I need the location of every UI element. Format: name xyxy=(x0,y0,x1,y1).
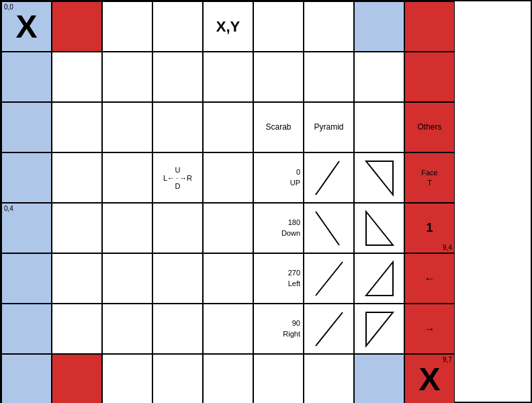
coord-00: 0,0 xyxy=(4,3,13,11)
pyramid-label: Pyramid xyxy=(314,122,343,133)
svg-line-4 xyxy=(316,262,343,296)
cell-r6-c7-triangle xyxy=(354,304,404,354)
cell-r2-c0 xyxy=(1,102,52,152)
cell-r1-c4 xyxy=(203,52,253,102)
cell-r2-c7 xyxy=(354,102,404,152)
cell-r5-c5-left: 270 Left xyxy=(253,253,304,304)
cell-r1-c7 xyxy=(354,52,404,102)
cell-r2-c8: Others xyxy=(404,102,455,152)
left-arrow: L← xyxy=(163,174,175,182)
line-90deg xyxy=(309,309,349,349)
cell-r7-c6 xyxy=(304,354,354,403)
cell-r0-c4: X,Y xyxy=(203,1,253,52)
cell-r2-c4 xyxy=(203,102,253,152)
cell-r6-c1 xyxy=(52,304,102,354)
cell-r1-c1 xyxy=(52,52,102,102)
cell-r0-c5 xyxy=(253,1,304,52)
cell-r4-c0: 0,4 xyxy=(1,203,52,253)
cell-r7-c2 xyxy=(102,354,152,403)
cell-r3-c8: FaceT xyxy=(404,152,455,203)
svg-line-0 xyxy=(316,161,339,195)
cell-r0-c6 xyxy=(304,1,354,52)
face-t-label: FaceT xyxy=(421,168,437,187)
cell-r7-c8: 9,7 X xyxy=(404,354,455,403)
cell-r5-c6-line xyxy=(304,253,354,304)
cell-r7-c7 xyxy=(354,354,404,403)
cell-r6-c4 xyxy=(203,304,253,354)
down-arrow-label: D xyxy=(175,182,181,190)
scarab-label: Scarab xyxy=(265,122,291,133)
line-0deg xyxy=(309,158,349,198)
cell-r4-c1 xyxy=(52,203,102,253)
cell-r4-c5-down: 180 Down xyxy=(253,203,304,253)
cell-r4-c3 xyxy=(152,203,203,253)
svg-marker-1 xyxy=(366,161,393,195)
cell-r5-c3 xyxy=(152,253,203,304)
cell-r3-c2 xyxy=(102,152,152,203)
coord-04: 0,4 xyxy=(4,205,13,212)
triangle-270deg xyxy=(359,259,400,299)
dash-right: → xyxy=(425,323,435,335)
cell-r1-c3 xyxy=(152,52,203,102)
triangle-90deg xyxy=(359,309,400,349)
cell-r0-c0: 0,0 X xyxy=(1,1,52,52)
left-label: Left xyxy=(288,279,300,289)
cell-r5-c7-triangle xyxy=(354,253,404,304)
up-label: UP xyxy=(290,178,300,188)
cell-r5-c2 xyxy=(102,253,152,304)
dash-left: ← xyxy=(425,273,435,285)
cell-r1-c6 xyxy=(304,52,354,102)
cell-r7-c1 xyxy=(52,354,102,403)
cell-r5-c4 xyxy=(203,253,253,304)
coord-94: 9,4 xyxy=(443,244,452,251)
cell-r2-c5: Scarab xyxy=(253,102,304,152)
cell-r4-c8: 1 9,4 xyxy=(404,203,455,253)
cell-r2-c6: Pyramid xyxy=(304,102,354,152)
down-val: 180 xyxy=(288,218,300,228)
cell-r6-c3 xyxy=(152,304,203,354)
cell-r4-c7-triangle xyxy=(354,203,404,253)
others-label: Others xyxy=(417,122,441,133)
cell-r4-c4 xyxy=(203,203,253,253)
cell-r3-c7-triangle xyxy=(354,152,404,203)
cell-r3-c3-arrows: U L← · →R D xyxy=(152,152,203,203)
cell-r5-c0 xyxy=(1,253,52,304)
cell-r2-c3 xyxy=(152,102,203,152)
cell-r1-c0 xyxy=(1,52,52,102)
svg-marker-7 xyxy=(366,312,393,346)
cell-r3-c6-line xyxy=(304,152,354,203)
cell-r3-c0 xyxy=(1,152,52,203)
svg-line-2 xyxy=(316,212,339,245)
cell-r6-c6-line xyxy=(304,304,354,354)
cell-r7-c3 xyxy=(152,354,203,403)
cell-r5-c1 xyxy=(52,253,102,304)
cell-r6-c8: → xyxy=(404,304,455,354)
cell-r5-c8: ← xyxy=(404,253,455,304)
cell-r1-c5 xyxy=(253,52,304,102)
up-arrow-label: U xyxy=(175,166,181,174)
right-val: 90 xyxy=(292,318,300,328)
svg-line-6 xyxy=(316,312,343,346)
cell-r3-c5-up: 0 UP xyxy=(253,152,304,203)
cell-r0-c7 xyxy=(354,1,404,52)
right-label: Right xyxy=(283,329,300,339)
cell-r6-c2 xyxy=(102,304,152,354)
cell-r7-c0 xyxy=(1,354,52,403)
triangle-0deg xyxy=(359,158,400,198)
cell-r2-c1 xyxy=(52,102,102,152)
cell-r4-c2 xyxy=(102,203,152,253)
cell-r1-c2 xyxy=(102,52,152,102)
cell-r0-c1 xyxy=(52,1,102,52)
right-arrow: →R xyxy=(179,174,192,182)
up-val: 0 xyxy=(296,167,300,177)
down-label: Down xyxy=(281,228,300,238)
svg-marker-5 xyxy=(366,262,393,296)
line-180deg xyxy=(309,208,349,249)
center-dot: · xyxy=(176,174,178,182)
cell-r7-c4 xyxy=(203,354,253,403)
corner-br-x: X xyxy=(418,361,440,398)
cell-r1-c8 xyxy=(404,52,455,102)
arrow-diagram: U L← · →R D xyxy=(163,166,192,190)
cell-r3-c1 xyxy=(52,152,102,203)
cell-r0-c8 xyxy=(404,1,455,52)
